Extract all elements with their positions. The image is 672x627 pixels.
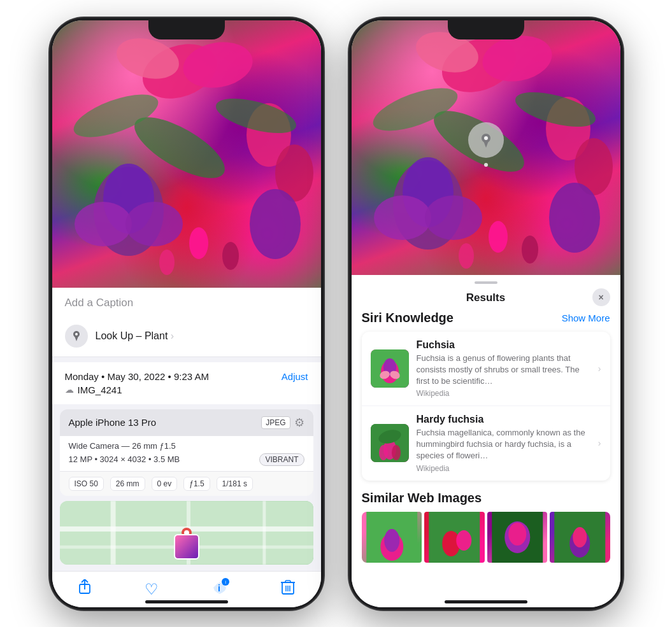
show-more-button[interactable]: Show More xyxy=(562,313,610,323)
lookup-label: Look Up – Plant › xyxy=(96,330,175,341)
visual-lookup-button[interactable] xyxy=(468,122,504,158)
svg-point-2 xyxy=(75,202,132,246)
lookup-row[interactable]: Look Up – Plant › xyxy=(52,318,321,357)
hardy-source: Wikipedia xyxy=(417,464,590,473)
flower-photo-left[interactable] xyxy=(52,20,321,288)
svg-point-48 xyxy=(459,243,474,269)
flower-photo-right[interactable] xyxy=(352,20,620,275)
fuchsia-thumbnail xyxy=(371,349,409,388)
jpeg-badge: JPEG xyxy=(261,416,290,429)
svg-point-13 xyxy=(189,227,208,259)
share-button[interactable] xyxy=(78,579,92,600)
svg-point-15 xyxy=(222,242,239,270)
similar-images-row xyxy=(362,512,610,563)
camera-model: Apple iPhone 13 Pro xyxy=(69,417,157,428)
fuchsia-info: Fuchsia Fuchsia is a genus of flowering … xyxy=(417,339,590,398)
camera-section: Apple iPhone 13 Pro JPEG ⚙ Wide Camera —… xyxy=(60,409,313,496)
phone-notch xyxy=(148,18,225,39)
svg-rect-19 xyxy=(110,501,115,565)
svg-point-59 xyxy=(392,445,401,460)
svg-point-50 xyxy=(484,136,488,140)
similar-img-1[interactable] xyxy=(362,512,422,563)
hardy-name: Hardy fuchsia xyxy=(417,414,590,425)
svg-point-9 xyxy=(250,189,301,259)
exif-ev: 0 ev xyxy=(152,477,178,491)
map-preview[interactable] xyxy=(60,501,313,565)
close-button[interactable]: × xyxy=(592,288,610,306)
date-text: Monday • May 30, 2022 • 9:23 AM xyxy=(65,371,209,382)
exif-aperture: ƒ1.5 xyxy=(183,477,210,491)
adjust-button[interactable]: Adjust xyxy=(282,371,308,382)
fuchsia-name: Fuchsia xyxy=(417,339,590,351)
caption-placeholder: Add a Caption xyxy=(65,297,134,309)
right-phone-screen: Results × Siri Knowledge Show More xyxy=(352,20,620,607)
svg-point-66 xyxy=(456,530,471,551)
left-phone: Add a Caption Look Up – Plant › Monday •… xyxy=(50,18,324,610)
lens-spec: Wide Camera — 26 mm ƒ1.5 xyxy=(69,441,304,451)
hardy-info: Hardy fuchsia Fuchsia magellanica, commo… xyxy=(417,414,590,473)
caption-area[interactable]: Add a Caption xyxy=(52,288,321,318)
phone-notch-right xyxy=(448,18,524,39)
svg-point-37 xyxy=(425,195,482,240)
visual-lookup-icon xyxy=(65,325,88,348)
similar-img-4[interactable] xyxy=(550,512,610,563)
similar-img-2[interactable] xyxy=(424,512,485,563)
knowledge-item-fuchsia[interactable]: Fuchsia Fuchsia is a genus of flowering … xyxy=(362,332,610,407)
sheet-content: Siri Knowledge Show More xyxy=(352,311,620,607)
sheet-header: Results × xyxy=(352,284,620,311)
delete-button[interactable] xyxy=(281,579,295,600)
hardy-thumbnail xyxy=(371,424,409,462)
home-bar-right xyxy=(445,600,527,603)
svg-point-58 xyxy=(379,445,388,460)
hardy-chevron: › xyxy=(598,438,601,448)
svg-point-63 xyxy=(384,529,399,552)
knowledge-card: Fuchsia Fuchsia is a genus of flowering … xyxy=(362,332,610,481)
home-bar-left xyxy=(145,600,228,603)
svg-point-43 xyxy=(549,183,600,253)
info-section: Monday • May 30, 2022 • 9:23 AM Adjust ☁… xyxy=(52,362,321,404)
cloud-icon: ☁ xyxy=(65,384,74,395)
exif-row: ISO 50 26 mm 0 ev ƒ1.5 1/181 s xyxy=(60,471,313,496)
results-sheet: Results × Siri Knowledge Show More xyxy=(352,275,620,607)
similar-images-header: Similar Web Images xyxy=(362,491,610,505)
exif-iso: ISO 50 xyxy=(69,477,104,491)
svg-point-72 xyxy=(573,527,587,547)
filename: IMG_4241 xyxy=(78,384,122,395)
knowledge-item-hardy[interactable]: Hardy fuchsia Fuchsia magellanica, commo… xyxy=(362,406,610,481)
visual-lookup-dot xyxy=(484,163,488,167)
date-row: Monday • May 30, 2022 • 9:23 AM Adjust xyxy=(65,371,308,382)
sheet-title: Results xyxy=(466,292,505,304)
camera-detail: Wide Camera — 26 mm ƒ1.5 12 MP • 3024 × … xyxy=(60,436,313,471)
lookup-text: Look Up – Plant › xyxy=(96,330,175,342)
favorite-button[interactable]: ♡ xyxy=(145,581,159,598)
svg-point-36 xyxy=(374,195,431,240)
vibrant-badge: VIBRANT xyxy=(259,453,304,466)
fuchsia-source: Wikipedia xyxy=(417,389,590,398)
svg-point-14 xyxy=(159,250,175,275)
right-phone: Results × Siri Knowledge Show More xyxy=(349,18,623,610)
svg-point-16 xyxy=(75,333,78,335)
svg-point-3 xyxy=(125,202,183,246)
siri-knowledge-header: Siri Knowledge Show More xyxy=(362,311,610,325)
camera-header: Apple iPhone 13 Pro JPEG ⚙ xyxy=(60,409,313,436)
mp-row: 12 MP • 3024 × 4032 • 3.5 MB VIBRANT xyxy=(69,453,304,466)
hardy-desc: Fuchsia magellanica, commonly known as t… xyxy=(417,427,590,462)
similar-images-title: Similar Web Images xyxy=(362,491,482,505)
exif-shutter: 1/181 s xyxy=(217,477,253,491)
left-phone-screen: Add a Caption Look Up – Plant › Monday •… xyxy=(52,20,321,607)
exif-focal: 26 mm xyxy=(110,477,145,491)
svg-point-69 xyxy=(508,523,526,546)
similar-img-3[interactable] xyxy=(487,512,548,563)
svg-rect-30 xyxy=(285,581,290,582)
siri-knowledge-title: Siri Knowledge xyxy=(362,311,454,325)
mp-spec: 12 MP • 3024 × 4032 • 3.5 MB xyxy=(69,454,180,464)
svg-text:i: i xyxy=(218,583,220,593)
svg-rect-21 xyxy=(262,501,266,565)
svg-point-49 xyxy=(522,236,538,264)
info-button[interactable]: i i xyxy=(211,579,228,599)
fuchsia-chevron: › xyxy=(598,363,601,374)
svg-point-47 xyxy=(489,221,508,253)
camera-settings-icon[interactable]: ⚙ xyxy=(294,416,304,430)
fuchsia-desc: Fuchsia is a genus of flowering plants t… xyxy=(417,353,590,388)
info-badge: i xyxy=(222,578,229,586)
